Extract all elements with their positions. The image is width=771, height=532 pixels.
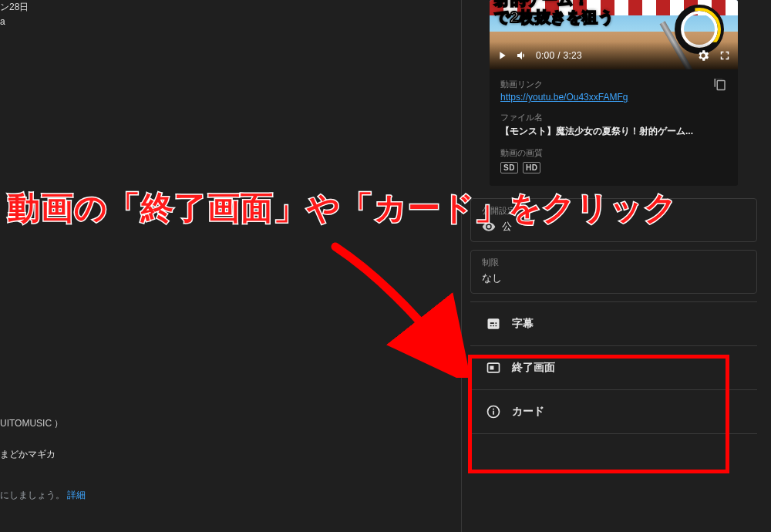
fullscreen-icon[interactable] (718, 49, 732, 62)
video-link-row: 動画リンク https://youtu.be/Ou43xxFAMFg (500, 79, 727, 103)
subtitles-icon (486, 316, 501, 332)
restriction-label: 制限 (482, 257, 746, 268)
svg-rect-1 (490, 366, 493, 370)
date-fragment: ン28日 (0, 0, 29, 15)
quality-label: 動画の画質 (500, 147, 727, 159)
restriction-value: なし (482, 271, 746, 285)
subtitles-row[interactable]: 字幕 (470, 301, 757, 346)
play-icon[interactable] (496, 49, 508, 62)
annotation-text: 動画の「終了画面」や「カード」をクリック (8, 187, 771, 230)
endscreen-row[interactable]: 終了画面 (470, 345, 757, 390)
panel-divider (461, 0, 462, 532)
video-meta: 動画リンク https://youtu.be/Ou43xxFAMFg ファイル名… (490, 69, 738, 186)
filename-row: ファイル名 【モンスト】魔法少女の夏祭り！射的ゲーム... (500, 112, 727, 138)
endscreen-icon (486, 360, 501, 375)
svg-rect-4 (493, 409, 494, 410)
cards-row[interactable]: カード (470, 389, 757, 434)
playback-time: 0:00 / 3:23 (536, 50, 582, 61)
artist-fragment: UITOMUSIC ） (0, 413, 86, 433)
restriction-setting[interactable]: 制限 なし (470, 250, 757, 294)
quality-row: 動画の画質 SD HD (500, 147, 727, 173)
cards-label: カード (512, 405, 544, 419)
copy-link-button[interactable] (713, 79, 727, 93)
volume-icon[interactable] (516, 49, 528, 62)
endscreen-label: 終了画面 (512, 361, 555, 375)
video-preview-card: 射的ゲーム！ で2枚抜きを狙う 0:00 / 3:23 (490, 0, 738, 186)
footer-fragment: にしましょう。 詳細 (0, 485, 86, 505)
sd-badge: SD (500, 162, 518, 173)
info-icon (486, 404, 501, 419)
char-fragment: a (0, 15, 29, 29)
left-bottom-fragment: UITOMUSIC ） まどかマギカ にしましょう。 詳細 (0, 413, 86, 505)
video-link[interactable]: https://youtu.be/Ou43xxFAMFg (500, 92, 628, 103)
svg-rect-3 (493, 411, 494, 415)
thumbnail-overlay-text: 射的ゲーム！ で2枚抜きを狙う (494, 0, 614, 26)
anime-title-fragment: まどかマギカ (0, 444, 86, 464)
filename-label: ファイル名 (500, 112, 727, 123)
hd-badge: HD (523, 162, 540, 173)
left-top-fragment: ン28日 a (0, 0, 29, 29)
video-link-label: 動画リンク (500, 79, 727, 90)
subtitles-label: 字幕 (512, 317, 534, 331)
video-thumbnail[interactable]: 射的ゲーム！ で2枚抜きを狙う 0:00 / 3:23 (490, 0, 738, 69)
gear-icon[interactable] (696, 49, 710, 62)
left-cropped-area: ン28日 a UITOMUSIC ） まどかマギカ にしましょう。 詳細 (0, 0, 463, 532)
filename-value: 【モンスト】魔法少女の夏祭り！射的ゲーム... (500, 125, 727, 138)
video-playbar: 0:00 / 3:23 (490, 42, 738, 69)
detail-link[interactable]: 詳細 (67, 490, 86, 500)
